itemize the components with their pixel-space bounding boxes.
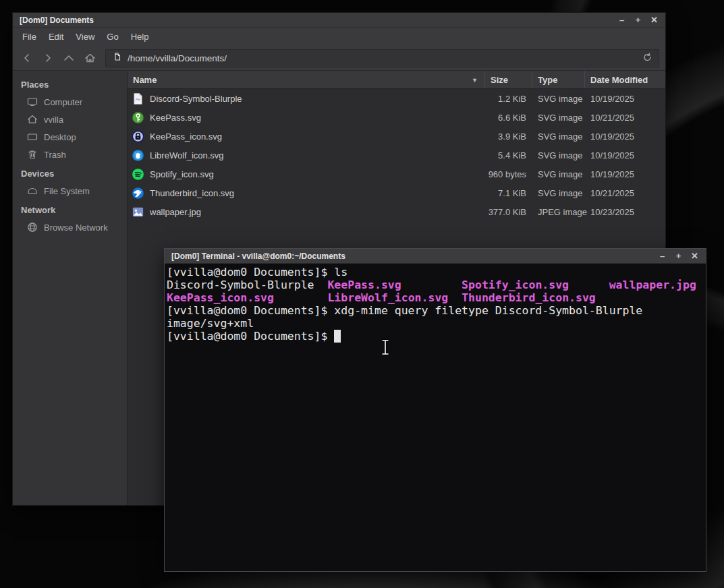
column-header-name[interactable]: Name ▾ <box>128 71 485 88</box>
home-button[interactable] <box>82 50 98 66</box>
sidebar-item-file-system[interactable]: File System <box>13 182 127 200</box>
terminal-line: image/svg+xml <box>167 317 704 330</box>
file-date-modified: 10/19/2025 <box>585 131 665 142</box>
file-size: 377.0 KiB <box>485 207 532 217</box>
minimize-button[interactable]: – <box>617 16 626 25</box>
close-button[interactable]: ✕ <box>690 252 699 261</box>
terminal-text-segment: [vvilla@dom0 Documents]$ ls <box>167 266 347 278</box>
page-copy-icon <box>112 52 122 65</box>
sidebar-section-places: Places <box>13 74 127 93</box>
terminal-text-segment <box>569 278 609 291</box>
terminal-window: [Dom0] Terminal - vvilla@dom0:~/Document… <box>164 248 706 572</box>
file-name-cell: KeePass.svg <box>128 111 485 124</box>
file-size: 1.2 KiB <box>485 94 532 104</box>
column-header-date-modified[interactable]: Date Modified <box>585 71 665 88</box>
spotify-icon <box>132 168 144 181</box>
thunderbird-icon <box>132 187 144 200</box>
file-type: SVG image <box>532 150 585 160</box>
maximize-button[interactable]: + <box>674 252 683 261</box>
terminal-text-segment <box>448 291 462 304</box>
file-manager-titlebar[interactable]: [Dom0] Documents – + ✕ <box>13 13 665 28</box>
forward-button[interactable] <box>40 50 56 66</box>
menu-item-go[interactable]: Go <box>101 29 124 45</box>
terminal-titlebar[interactable]: [Dom0] Terminal - vvilla@dom0:~/Document… <box>165 249 706 264</box>
sidebar-item-computer[interactable]: Computer <box>13 93 127 111</box>
sidebar-item-label: Browse Network <box>44 223 108 233</box>
file-name-cell: Spotify_icon.svg <box>128 168 485 181</box>
file-row[interactable]: Discord-Symbol-Blurple1.2 KiBSVG image10… <box>128 89 665 108</box>
file-row[interactable]: Spotify_icon.svg960 bytesSVG image10/19/… <box>128 165 665 183</box>
terminal-text-segment: wallpaper.jpg <box>609 278 696 291</box>
chevron-right-icon <box>43 53 53 63</box>
file-name-cell: wallpaper.jpg <box>128 206 485 218</box>
reload-button[interactable] <box>642 52 652 65</box>
desktop-background: [Dom0] Documents – + ✕ FileEditViewGoHel… <box>0 0 724 588</box>
file-row[interactable]: wallpaper.jpg377.0 KiBJPEG image10/23/20… <box>128 202 665 221</box>
menubar: FileEditViewGoHelp <box>13 28 665 46</box>
network-icon <box>27 222 38 233</box>
menu-item-help[interactable]: Help <box>125 29 155 45</box>
file-name: Thunderbird_icon.svg <box>150 188 234 198</box>
file-date-modified: 10/19/2025 <box>585 169 665 179</box>
sidebar-item-desktop[interactable]: Desktop <box>13 128 127 146</box>
sidebar-item-trash[interactable]: Trash <box>13 146 127 163</box>
librewolf-icon <box>132 149 144 162</box>
file-row[interactable]: KeePass.svg6.6 KiBSVG image10/21/2025 <box>128 108 665 127</box>
terminal-text-segment: LibreWolf_icon.svg <box>327 291 448 304</box>
image-thumb-icon <box>132 206 144 218</box>
sidebar-item-label: Computer <box>44 97 82 107</box>
file-type: SVG image <box>532 113 585 123</box>
up-button[interactable] <box>61 50 77 66</box>
chevron-left-icon <box>22 53 32 63</box>
terminal-text-segment: [vvilla@dom0 Documents]$ <box>167 330 334 343</box>
terminal-text-segment <box>274 291 327 304</box>
discord-file-icon <box>132 92 144 105</box>
location-path[interactable]: /home/vvilla/Documents/ <box>128 53 637 63</box>
sidebar-item-label: Trash <box>44 150 66 160</box>
toolbar: /home/vvilla/Documents/ <box>13 46 665 71</box>
terminal-text-segment: KeePass.svg <box>327 278 401 291</box>
column-header-name-label: Name <box>133 75 157 85</box>
file-name-cell: KeePass_icon.svg <box>128 130 485 143</box>
file-date-modified: 10/19/2025 <box>585 94 665 104</box>
file-type: SVG image <box>532 188 585 198</box>
maximize-button[interactable]: + <box>634 16 642 25</box>
menu-item-file[interactable]: File <box>16 29 43 45</box>
back-button[interactable] <box>19 50 35 66</box>
terminal-window-buttons: – + ✕ <box>658 252 699 261</box>
file-date-modified: 10/21/2025 <box>585 113 665 123</box>
file-rows: Discord-Symbol-Blurple1.2 KiBSVG image10… <box>128 89 665 221</box>
menu-item-edit[interactable]: Edit <box>43 29 69 45</box>
terminal-content[interactable]: [vvilla@dom0 Documents]$ lsDiscord-Symbo… <box>165 264 706 571</box>
file-row[interactable]: KeePass_icon.svg3.9 KiBSVG image10/19/20… <box>128 127 665 146</box>
terminal-line: [vvilla@dom0 Documents]$ ls <box>167 266 704 278</box>
sidebar: PlacesComputervvillaDesktopTrashDevicesF… <box>13 71 128 505</box>
computer-icon <box>27 96 38 107</box>
sidebar-section-devices: Devices <box>13 163 127 182</box>
terminal-text-segment: image/svg+xml <box>167 317 254 330</box>
sort-descending-icon[interactable]: ▾ <box>473 76 479 84</box>
column-header-type-label: Type <box>538 75 557 85</box>
terminal-text-segment: Spotify_icon.svg <box>462 278 569 291</box>
sidebar-item-vvilla[interactable]: vvilla <box>13 111 127 128</box>
file-manager-title: [Dom0] Documents <box>20 16 94 25</box>
column-header-type[interactable]: Type <box>532 71 585 88</box>
menu-item-view[interactable]: View <box>69 29 101 45</box>
terminal-line: [vvilla@dom0 Documents]$ xdg-mime query … <box>167 304 704 317</box>
column-header-size[interactable]: Size <box>485 71 532 88</box>
minimize-button[interactable]: – <box>658 252 667 261</box>
terminal-text-segment: Thunderbird_icon.svg <box>462 291 596 304</box>
location-bar[interactable]: /home/vvilla/Documents/ <box>105 49 659 67</box>
file-date-modified: 10/19/2025 <box>585 150 665 160</box>
terminal-text-segment <box>401 278 462 291</box>
reload-icon <box>642 52 652 62</box>
file-manager-window-buttons: – + ✕ <box>617 16 659 25</box>
sidebar-item-browse-network[interactable]: Browse Network <box>13 218 127 236</box>
file-type: SVG image <box>532 169 585 179</box>
file-type: JPEG image <box>532 207 585 217</box>
file-size: 7.1 KiB <box>485 188 532 198</box>
file-row[interactable]: Thunderbird_icon.svg7.1 KiBSVG image10/2… <box>128 183 665 202</box>
terminal-title: [Dom0] Terminal - vvilla@dom0:~/Document… <box>171 252 345 261</box>
file-row[interactable]: LibreWolf_icon.svg5.4 KiBSVG image10/19/… <box>128 146 665 165</box>
close-button[interactable]: ✕ <box>650 16 659 25</box>
